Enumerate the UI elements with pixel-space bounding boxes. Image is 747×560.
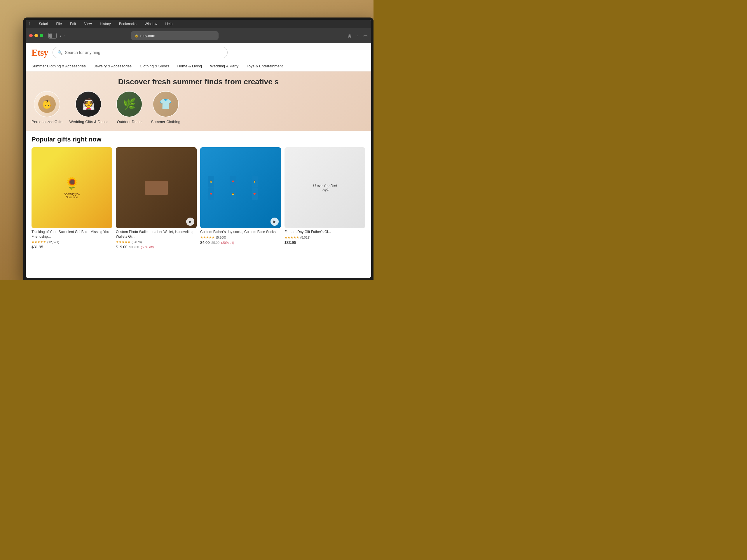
product-rating-1: ★★★★★ (5,878): [116, 240, 197, 244]
price-current-2: $4.00: [200, 240, 210, 245]
category-circle-outdoor: 🌿: [116, 91, 143, 117]
menubar-bookmarks[interactable]: Bookmarks: [118, 21, 138, 27]
price-row-1: $19.00 $38.00 (50% off): [116, 245, 197, 249]
sock-1: 👨: [208, 176, 214, 188]
personalized-icon: 👶: [38, 96, 56, 113]
menubar-window[interactable]: Window: [144, 21, 158, 27]
menubar-edit[interactable]: Edit: [69, 21, 77, 27]
rating-count-1: (5,878): [132, 240, 142, 244]
price-row-3: $33.95: [284, 240, 365, 245]
macos-menubar:  Safari File Edit View History Bookmark…: [26, 20, 371, 28]
product-image-1: ▶: [116, 147, 197, 228]
category-circle-summer: 👕: [153, 91, 179, 117]
etsy-page: Etsy 🔍 Summer Clothing & Accessories Jew…: [26, 43, 371, 278]
menubar-history[interactable]: History: [99, 21, 112, 27]
minimize-button[interactable]: [34, 34, 38, 37]
products-grid: 🌻 Sending youSunshine Thinking of You - …: [31, 147, 365, 249]
lock-icon: 🔒: [134, 34, 138, 37]
back-arrow-button[interactable]: ‹: [59, 33, 61, 38]
product-rating-3: ★★★★★ (5,019): [284, 236, 365, 239]
close-button[interactable]: [29, 34, 33, 37]
fullscreen-button[interactable]: [40, 34, 43, 37]
apple-logo-icon: : [29, 22, 31, 26]
nav-home-living[interactable]: Home & Living: [177, 63, 202, 69]
product-visual-wallet: [116, 147, 197, 228]
product-image-2: 👨 ❤️ 👨 ❤️ 👨 ❤️ ▶: [200, 147, 281, 228]
category-circle-wedding: 👰: [75, 91, 102, 117]
screen:  Safari File Edit View History Bookmark…: [26, 20, 371, 278]
sidebar-right-panel-icon: [52, 33, 56, 37]
sunflower-icon: 🌻: [65, 177, 79, 190]
sock-4: ❤️: [208, 188, 214, 200]
nav-clothing-shoes[interactable]: Clothing & Shoes: [140, 63, 169, 69]
menubar-safari[interactable]: Safari: [37, 21, 49, 27]
product-card-1[interactable]: ▶ Custom Photo Wallet ,Leather Wallet, H…: [116, 147, 197, 249]
categories-row: 👶 Personalized Gifts 👰 Weddin: [31, 91, 365, 126]
sock-2: ❤️: [230, 176, 236, 188]
wallet-icon: [145, 181, 168, 195]
menubar-help[interactable]: Help: [164, 21, 174, 27]
toolbar-actions: ◉ ⋯ ▭: [347, 33, 368, 38]
category-wedding-gifts[interactable]: 👰 Wedding Gifts & Decor: [70, 91, 108, 124]
wedding-image: 👰: [76, 91, 101, 117]
sidebar-toggle-button[interactable]: [48, 33, 57, 38]
category-circle-personalized: 👶: [34, 91, 60, 117]
product-image-0: 🌻 Sending youSunshine: [31, 147, 112, 228]
product-title-2: Custom Father's day socks, Custom Face S…: [200, 230, 281, 235]
nav-jewelry[interactable]: Jewelry & Accessories: [94, 63, 132, 69]
etsy-header: Etsy 🔍: [26, 43, 371, 61]
stars-2: ★★★★★: [200, 236, 215, 239]
summer-image: 👕: [153, 91, 178, 117]
product-visual-socks: 👨 ❤️ 👨 ❤️ 👨 ❤️: [200, 147, 281, 228]
forward-arrow-button[interactable]: ›: [63, 33, 65, 38]
nav-toys[interactable]: Toys & Entertainment: [247, 63, 283, 69]
category-label-summer: Summer Clothing: [151, 119, 180, 124]
menubar-view[interactable]: View: [83, 21, 93, 27]
price-current-1: $19.00: [116, 245, 128, 249]
play-button-1[interactable]: ▶: [186, 218, 194, 226]
price-current-0: $31.95: [31, 245, 43, 249]
price-row-0: $31.95: [31, 245, 112, 249]
share-icon[interactable]: ⋯: [355, 33, 360, 38]
sock-3: 👨: [252, 176, 258, 188]
menubar-file[interactable]: File: [55, 21, 63, 27]
etsy-navigation: Summer Clothing & Accessories Jewelry & …: [26, 61, 371, 72]
price-original-2: $5.00: [211, 241, 220, 244]
category-label-outdoor: Outdoor Decor: [117, 119, 142, 124]
popular-gifts-title: Popular gifts right now: [31, 136, 365, 143]
nav-wedding-party[interactable]: Wedding & Party: [210, 63, 238, 69]
product-card-0[interactable]: 🌻 Sending youSunshine Thinking of You - …: [31, 147, 112, 249]
hero-banner: Discover fresh summer finds from creativ…: [26, 72, 371, 131]
stars-0: ★★★★★: [31, 240, 46, 244]
safari-toolbar: ‹ › 🔒 etsy.com ◉ ⋯ ▭: [26, 28, 371, 43]
search-input[interactable]: [65, 50, 223, 55]
product-image-3: I Love You Dad- Ayla: [284, 147, 365, 228]
url-text: etsy.com: [140, 33, 155, 38]
navigation-arrows: ‹ ›: [59, 33, 65, 38]
sock-6: ❤️: [252, 188, 258, 200]
sidebar-left-panel-icon: [49, 33, 52, 37]
products-section: Popular gifts right now 🌻 Sending youSun…: [26, 131, 371, 254]
category-label-wedding: Wedding Gifts & Decor: [70, 119, 108, 124]
search-icon: 🔍: [57, 50, 62, 55]
category-outdoor-decor[interactable]: 🌿 Outdoor Decor: [115, 91, 144, 124]
search-bar[interactable]: 🔍: [53, 47, 228, 58]
etsy-logo[interactable]: Etsy: [31, 47, 48, 58]
product-title-0: Thinking of You - Succulent Gift Box - M…: [31, 230, 112, 239]
play-button-2[interactable]: ▶: [271, 218, 279, 226]
product-card-2[interactable]: 👨 ❤️ 👨 ❤️ 👨 ❤️ ▶: [200, 147, 281, 249]
rating-count-2: (5,200): [216, 236, 226, 239]
category-summer-clothing[interactable]: 👕 Summer Clothing: [151, 91, 180, 124]
outdoor-image: 🌿: [117, 91, 142, 117]
address-bar[interactable]: 🔒 etsy.com: [131, 31, 218, 40]
shield-icon[interactable]: ◉: [347, 33, 352, 38]
nav-summer-clothing[interactable]: Summer Clothing & Accessories: [31, 63, 86, 69]
laptop-frame:  Safari File Edit View History Bookmark…: [23, 18, 374, 280]
category-personalized-gifts[interactable]: 👶 Personalized Gifts: [31, 91, 62, 124]
rating-count-3: (5,019): [300, 236, 310, 239]
price-discount-1: (50% off): [140, 245, 153, 249]
socks-grid-visual: 👨 ❤️ 👨 ❤️ 👨 ❤️: [208, 176, 273, 200]
reader-view-icon[interactable]: ▭: [363, 33, 368, 38]
product-visual-dads: I Love You Dad- Ayla: [284, 147, 365, 228]
product-card-3[interactable]: I Love You Dad- Ayla Fathers Day Gift Fa…: [284, 147, 365, 249]
